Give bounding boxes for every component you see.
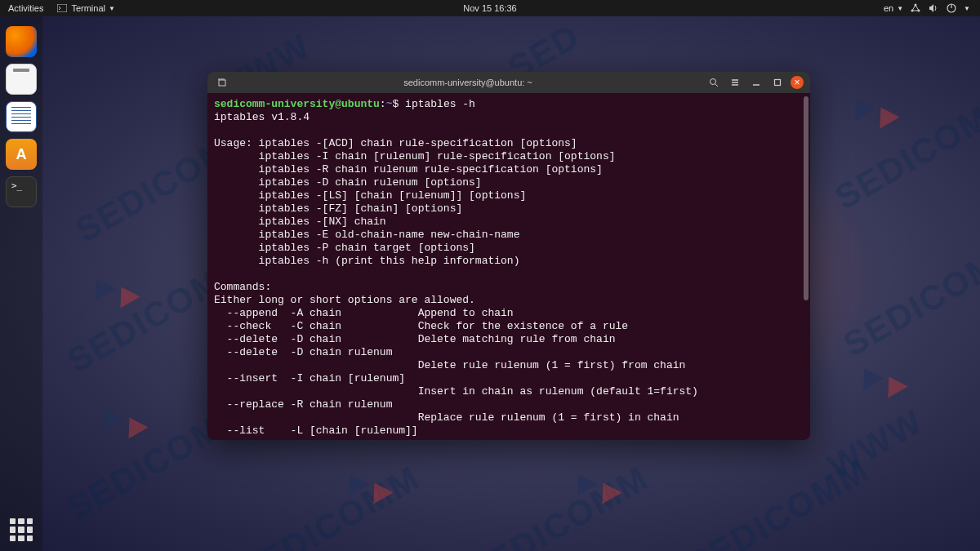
- scrollbar[interactable]: [804, 96, 808, 437]
- svg-rect-7: [218, 78, 225, 80]
- show-applications-button[interactable]: [10, 518, 33, 541]
- files-launcher[interactable]: [6, 64, 37, 95]
- terminal-window: sedicomm-university@ubuntu: ~ sedicomm-u…: [207, 72, 810, 440]
- app-menu-button[interactable]: Terminal ▼: [56, 2, 115, 14]
- top-panel: Activities Terminal ▼ Nov 15 16:36 en ▼ …: [0, 0, 980, 16]
- maximize-button[interactable]: [769, 74, 786, 91]
- minimize-button[interactable]: [748, 74, 764, 91]
- terminal-content[interactable]: sedicomm-university@ubuntu:~$ iptables -…: [207, 93, 810, 440]
- command-text: iptables -h: [405, 98, 475, 110]
- svg-rect-0: [57, 4, 67, 12]
- menu-button[interactable]: [727, 74, 743, 91]
- chevron-down-icon: ▼: [964, 5, 970, 12]
- app-menu-label: Terminal: [71, 3, 105, 13]
- network-icon[interactable]: [910, 2, 921, 14]
- chevron-down-icon: ▼: [109, 5, 115, 12]
- terminal-output: iptables v1.8.4 Usage: iptables -[ACD] c…: [214, 111, 698, 437]
- scrollbar-thumb[interactable]: [804, 96, 808, 300]
- svg-line-9: [715, 84, 718, 87]
- close-button[interactable]: [791, 76, 804, 89]
- svg-rect-14: [775, 80, 781, 86]
- clock-button[interactable]: Nov 15 16:36: [463, 3, 516, 13]
- dock: [0, 16, 42, 551]
- firefox-launcher[interactable]: [6, 26, 37, 57]
- activities-button[interactable]: Activities: [8, 3, 43, 13]
- software-store-launcher[interactable]: [6, 139, 37, 170]
- svg-point-8: [710, 79, 716, 85]
- terminal-app-icon: [56, 2, 68, 14]
- svg-rect-6: [219, 80, 225, 86]
- search-button[interactable]: [706, 74, 722, 91]
- chevron-down-icon: ▼: [897, 5, 903, 12]
- volume-icon[interactable]: [928, 2, 939, 14]
- window-title: sedicomm-university@ubuntu: ~: [232, 78, 704, 87]
- window-titlebar[interactable]: sedicomm-university@ubuntu: ~: [207, 72, 810, 93]
- terminal-launcher[interactable]: [6, 176, 37, 207]
- new-tab-button[interactable]: [214, 74, 230, 91]
- power-icon[interactable]: [946, 2, 957, 14]
- language-indicator[interactable]: en ▼: [884, 3, 903, 13]
- libreoffice-writer-launcher[interactable]: [6, 101, 37, 132]
- prompt-user: sedicomm-university@ubuntu: [214, 98, 380, 110]
